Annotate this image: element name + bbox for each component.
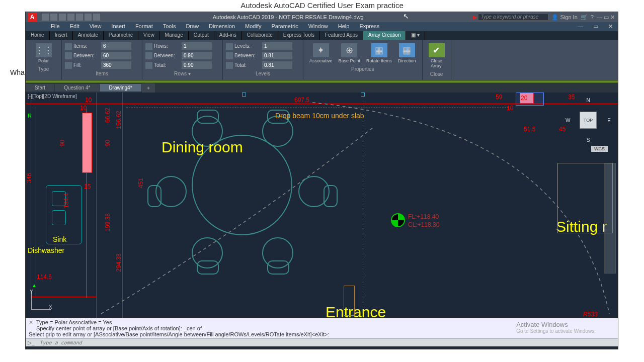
sink-text: Sink [53, 235, 66, 243]
file-tab-start[interactable]: Start [26, 84, 54, 92]
viewcube-east[interactable]: E [607, 118, 611, 123]
drawing-viewport[interactable]: [-][Top][2D Wireframe] [26, 93, 618, 318]
tab-insert[interactable]: Insert [50, 31, 73, 40]
base-point-button[interactable]: ⊕Base Point [336, 41, 364, 65]
items-input[interactable] [101, 42, 131, 50]
qat-open-icon[interactable] [50, 14, 57, 21]
tab-parametric[interactable]: Parametric [104, 31, 138, 40]
panel-levels: Levels: Between: Total: Levels [223, 40, 303, 80]
ribbon-tabstrip: Home Insert Annotate Parametric View Man… [26, 31, 618, 40]
rows-total-input[interactable] [182, 61, 212, 69]
panel-title-levels: Levels [226, 71, 300, 76]
file-tab-drawing4[interactable]: Drawing4* [100, 84, 141, 92]
levels-between-input[interactable] [262, 52, 292, 59]
command-input[interactable] [37, 340, 618, 345]
dim-10: 10 [80, 105, 87, 112]
close-array-button[interactable]: ✔Close Array [426, 41, 448, 70]
menu-window[interactable]: Window [303, 22, 333, 31]
menu-modify[interactable]: Modify [240, 22, 266, 31]
cmd-close-icon[interactable]: ✕ [29, 319, 33, 326]
tab-array-creation[interactable]: Array Creation [363, 31, 406, 40]
menu-file[interactable]: File [46, 22, 65, 31]
tab-annotate[interactable]: Annotate [73, 31, 104, 40]
menu-help[interactable]: Help [333, 22, 355, 31]
tab-extra-icon[interactable]: ▣ ▾ [406, 31, 425, 40]
autocad-window: A Autodesk AutoCAD 2019 - NOT FOR RESALE… [25, 12, 618, 349]
menu-edit[interactable]: Edit [65, 22, 85, 31]
menu-view[interactable]: View [85, 22, 107, 31]
viewcube-top-face[interactable]: TOP [580, 112, 597, 129]
wcs-label[interactable]: WCS [591, 146, 608, 152]
help-icon[interactable]: ? [591, 14, 594, 20]
viewcube-north[interactable]: N [586, 98, 590, 103]
tab-view[interactable]: View [138, 31, 160, 40]
close-button[interactable]: ✕ [610, 14, 615, 20]
array-grip[interactable] [361, 93, 365, 97]
tab-output[interactable]: Output [189, 31, 214, 40]
app-exchange-icon[interactable]: 🛒 [581, 14, 588, 21]
qat-redo-icon[interactable] [93, 14, 100, 21]
maximize-button[interactable]: ▭ [604, 14, 609, 20]
tab-featured-apps[interactable]: Featured Apps [320, 31, 363, 40]
dim-90: 90 [104, 140, 111, 146]
minimize-button[interactable]: — [597, 14, 602, 20]
y-axis-label: Y [30, 289, 33, 295]
dim-51-5: 51.5 [524, 126, 535, 133]
array-grip[interactable] [242, 93, 246, 97]
rotate-items-button[interactable]: ▦Rotate Items [363, 41, 395, 65]
menu-format[interactable]: Format [130, 22, 158, 31]
red-line [122, 93, 123, 318]
rows-input[interactable] [182, 42, 212, 50]
view-cube[interactable]: N S E W TOP [566, 98, 611, 143]
panel-title-properties: Properties [306, 66, 419, 72]
y-arrow-icon: ▲ [32, 283, 37, 288]
panel-title-rows[interactable]: Rows ▾ [145, 71, 219, 76]
between-input[interactable] [101, 52, 131, 59]
menu-bar: File Edit View Insert Format Tools Draw … [26, 22, 618, 31]
rows-between-input[interactable] [182, 52, 212, 59]
file-tab-question4[interactable]: Question 4* [55, 84, 99, 92]
qat-undo-icon[interactable] [85, 14, 92, 21]
door-outline [344, 286, 355, 316]
levels-total-label: Total: [234, 62, 261, 68]
menu-parametric[interactable]: Parametric [266, 22, 303, 31]
levels-total-input[interactable] [262, 61, 292, 69]
app-logo-icon[interactable]: A [28, 13, 37, 22]
quick-access-toolbar[interactable] [39, 14, 103, 21]
search-input[interactable]: Type a keyword or phrase [478, 14, 548, 21]
menu-dimension[interactable]: Dimension [204, 22, 240, 31]
doc-close-button[interactable]: ✕ [603, 22, 618, 31]
menu-draw[interactable]: Draw [181, 22, 204, 31]
fill-label: Fill: [73, 62, 100, 68]
command-input-row[interactable]: ▷_ [26, 338, 618, 346]
cursor-icon: ↖ [403, 12, 409, 20]
fill-input[interactable] [101, 61, 131, 69]
direction-button[interactable]: ▦Direction [395, 41, 419, 65]
menu-express[interactable]: Express [354, 22, 384, 31]
polar-type-button[interactable]: ⋮⋮ Polar [29, 41, 58, 65]
qat-plot-icon[interactable] [76, 14, 83, 21]
viewcube-south[interactable]: S [587, 137, 590, 143]
signin-button[interactable]: 👤 Sign In [551, 14, 577, 21]
qat-new-icon[interactable] [42, 14, 49, 21]
menu-insert[interactable]: Insert [106, 22, 130, 31]
dishwasher-text: Dishwasher [28, 246, 64, 254]
panel-close: ✔Close Array Close [423, 40, 451, 80]
tab-express-tools[interactable]: Express Tools [278, 31, 320, 40]
selected-rect [516, 93, 544, 106]
associative-button[interactable]: ✦Associative [306, 41, 336, 65]
tab-collaborate[interactable]: Collaborate [242, 31, 278, 40]
qat-saveas-icon[interactable] [67, 14, 74, 21]
doc-minimize-button[interactable]: — [573, 22, 588, 31]
levels-input[interactable] [262, 42, 292, 50]
doc-maximize-button[interactable]: ▭ [588, 22, 603, 31]
tab-home[interactable]: Home [26, 31, 50, 40]
viewcube-west[interactable]: W [566, 118, 570, 123]
new-tab-button[interactable]: ＋ [142, 83, 155, 93]
menu-tools[interactable]: Tools [158, 22, 181, 31]
qat-save-icon[interactable] [59, 14, 66, 21]
cl-level: CL:+118.30 [408, 221, 439, 228]
viewport-label[interactable]: [-][Top][2D Wireframe] [28, 94, 77, 99]
tab-addins[interactable]: Add-ins [214, 31, 242, 40]
tab-manage[interactable]: Manage [160, 31, 189, 40]
